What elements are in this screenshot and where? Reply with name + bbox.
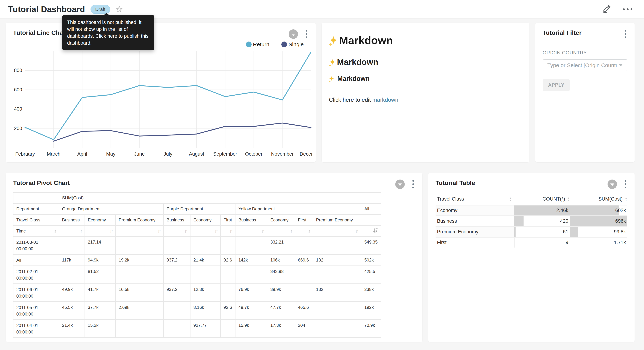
pivot-cell: 142k [236,255,267,266]
pivot-cell: 937.2 [164,284,190,302]
pivot-cell: 39.9k [268,284,294,302]
markdown-paragraph: Click here to edit markdown [329,97,522,103]
pivot-department-header: All [361,204,380,214]
count-cell: 2.46k [514,205,570,216]
table-title: Tutorial Table [436,179,475,186]
sort-icon[interactable]: ↓↑ [307,228,310,234]
pivot-cell [295,237,313,254]
column-header-sum-cost[interactable]: SUM(Cost) ▲▼ [570,194,627,205]
pivot-cell: 332.21 [268,237,294,254]
sort-icon[interactable]: ↓↑ [184,228,187,234]
draft-badge[interactable]: Draft [90,5,110,14]
chart-legend: ReturnSingle [13,41,304,48]
pivot-cell: 45.5k [59,302,84,319]
markdown-h2: ✦Markdown [329,57,522,67]
pivot-row: 2011-02-0100:00:0081.52343.98425.5 [14,266,380,284]
pivot-class-header: Premium Economy [116,215,163,225]
sort-icon[interactable]: ↓↑ [53,228,56,234]
sort-icon[interactable]: ↓↑ [214,228,217,234]
sort-icon[interactable]: ▲▼ [625,197,627,201]
pivot-cell [220,237,235,254]
pivot-cell: 106k [268,255,294,266]
svg-text:September: September [213,151,237,157]
pivot-department-header: Orange Department [59,204,163,214]
applied-filter-indicator-icon[interactable] [395,180,405,189]
sort-icon[interactable]: ▲▼ [509,197,512,201]
count-cell: 420 [514,216,570,226]
draft-tooltip: This dashboard is not published, it will… [62,15,154,50]
travel-class-cell: First [436,237,514,248]
sort-icon[interactable]: ↓↑ [158,228,160,234]
chart-kebab-menu-icon[interactable] [304,29,308,39]
dashboard-menu-icon[interactable] [622,7,634,11]
pivot-cell [236,266,267,284]
table-row: Premium Economy6199.8k [436,226,627,237]
pivot-cell: 17.3k [268,320,294,337]
apply-button[interactable]: APPLY [542,79,570,91]
pivot-row-header: 2011-05-0100:00:00 [14,302,59,319]
pivot-row: 2011-04-0100:00:0021.4k15.2k927.7715.9k1… [14,320,380,337]
legend-item-return[interactable]: Return [246,41,270,48]
pivot-cell: 49.9k [59,284,84,302]
pivot-class-header: First [220,215,235,225]
column-header-count[interactable]: COUNT(*) ▲▼ [514,194,570,205]
pivot-cell: 15.9k [236,320,267,337]
sort-icon[interactable]: ↓↑ [356,228,358,234]
sort-icon[interactable]: ↓↑ [79,228,82,234]
pivot-class-header: Premium Economy [313,215,361,225]
pivot-row: 2011-06-0100:00:0049.9k41.7k16.5k937.212… [14,284,380,302]
pivot-cell: 19.2k [116,255,163,266]
line-chart-canvas[interactable]: FebruaryMarchAprilMayJuneJulyAugustSepte… [13,48,312,158]
legend-dot [246,42,252,47]
svg-text:November: November [271,151,294,157]
travel-class-cell: Premium Economy [436,226,514,237]
pivot-cell: 15.2k [85,320,116,337]
pivot-cell: 12.3k [190,284,220,302]
pivot-cell: 94.9k [85,255,116,266]
applied-filter-indicator-icon[interactable] [608,180,617,189]
sort-descending-active-icon[interactable] [373,228,378,234]
pivot-cell: 425.5 [361,266,380,284]
legend-item-single[interactable]: Single [281,41,304,48]
origin-country-select[interactable]: Type or Select [Origin Country] [542,59,627,71]
pivot-cell: 192k [361,302,380,319]
count-cell: 9 [514,237,570,248]
pivot-class-header: Economy [85,215,116,225]
pivot-cell: 21.4k [190,255,220,266]
pivot-cell: 669.6 [295,255,313,266]
favorite-star-icon[interactable] [116,6,123,13]
sort-icon[interactable]: ↓↑ [262,228,264,234]
pivot-cell [313,320,361,337]
sort-icon[interactable]: ↓↑ [230,228,232,234]
pivot-cell: 47.7k [268,302,294,319]
chevron-down-icon [619,64,622,66]
pivot-cell [313,302,361,319]
edit-markdown-link[interactable]: markdown [372,97,398,103]
pivot-cell: 937.2 [164,255,190,266]
chart-kebab-menu-icon[interactable] [624,179,627,189]
chart-kebab-menu-icon[interactable] [411,179,415,189]
pivot-cell [59,266,84,284]
edit-dashboard-icon[interactable] [602,4,611,14]
pivot-cell: 2.69k [116,302,163,319]
column-header-travel-class[interactable]: Travel Class ▲▼ [436,194,514,205]
pivot-row: All117k94.9k19.2k937.221.4k92.6142k106k6… [14,255,380,266]
pivot-row: 2011-05-0100:00:0045.5k37.7k2.69k8.16k92… [14,302,380,319]
pivot-cell [313,266,361,284]
pivot-cell [164,237,190,254]
filter-kebab-menu-icon[interactable] [624,29,627,39]
svg-text:400: 400 [14,106,22,112]
pivot-cell: 117k [59,255,84,266]
table-row: Economy2.46k602k [436,205,627,216]
sum-cost-cell: 602k [570,205,627,216]
applied-filter-indicator-icon[interactable] [288,30,298,39]
svg-text:October: October [245,151,262,157]
sort-icon[interactable]: ↓↑ [110,228,112,234]
pivot-cell: 37.7k [85,302,116,319]
pivot-class-header: Economy [190,215,220,225]
table-row: First91.71k [436,237,627,248]
pivot-cell: 927.77 [190,320,220,337]
sort-icon[interactable]: ↓↑ [289,228,292,234]
sort-icon[interactable]: ▲▼ [567,197,570,201]
pivot-row-header: 2011-04-0100:00:00 [14,320,59,337]
